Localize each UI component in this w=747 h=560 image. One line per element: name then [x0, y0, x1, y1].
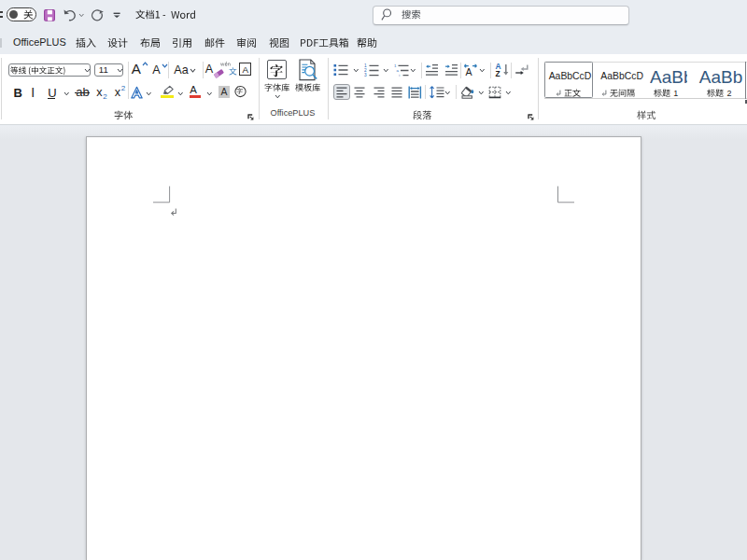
svg-text:i: i — [399, 73, 400, 77]
svg-text:Z: Z — [495, 68, 500, 77]
svg-text:A: A — [465, 66, 472, 77]
svg-text:3: 3 — [364, 73, 367, 77]
